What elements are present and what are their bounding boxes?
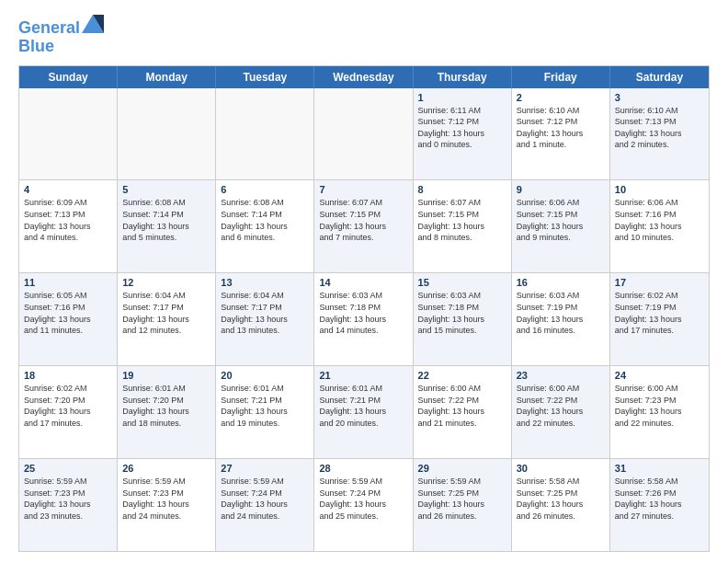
day-number: 18 (24, 370, 112, 381)
day-info: Sunrise: 6:07 AM Sunset: 7:15 PM Dayligh… (418, 197, 506, 243)
day-info: Sunrise: 5:58 AM Sunset: 7:26 PM Dayligh… (615, 476, 704, 522)
calendar-body: 1Sunrise: 6:11 AM Sunset: 7:12 PM Daylig… (19, 88, 709, 551)
day-info: Sunrise: 5:59 AM Sunset: 7:25 PM Dayligh… (418, 476, 506, 522)
day-number: 4 (24, 184, 112, 195)
week-row: 18Sunrise: 6:02 AM Sunset: 7:20 PM Dayli… (19, 366, 709, 459)
day-info: Sunrise: 6:04 AM Sunset: 7:17 PM Dayligh… (221, 290, 309, 336)
day-header: Sunday (19, 66, 118, 88)
day-cell: 25Sunrise: 5:59 AM Sunset: 7:23 PM Dayli… (19, 459, 118, 551)
day-number: 14 (319, 277, 407, 288)
day-cell: 29Sunrise: 5:59 AM Sunset: 7:25 PM Dayli… (414, 459, 512, 551)
day-info: Sunrise: 5:59 AM Sunset: 7:24 PM Dayligh… (221, 476, 309, 522)
day-number: 22 (418, 370, 506, 381)
day-number: 1 (418, 92, 506, 103)
day-number: 7 (319, 184, 407, 195)
day-info: Sunrise: 6:09 AM Sunset: 7:13 PM Dayligh… (24, 197, 112, 243)
day-number: 16 (517, 277, 605, 288)
day-cell: 17Sunrise: 6:02 AM Sunset: 7:19 PM Dayli… (610, 273, 709, 365)
day-cell: 6Sunrise: 6:08 AM Sunset: 7:14 PM Daylig… (216, 180, 314, 272)
day-number: 21 (319, 370, 407, 381)
day-cell: 18Sunrise: 6:02 AM Sunset: 7:20 PM Dayli… (19, 366, 118, 458)
day-cell: 2Sunrise: 6:10 AM Sunset: 7:12 PM Daylig… (512, 88, 610, 180)
day-info: Sunrise: 5:59 AM Sunset: 7:23 PM Dayligh… (24, 476, 112, 522)
day-info: Sunrise: 6:02 AM Sunset: 7:20 PM Dayligh… (24, 383, 112, 429)
day-cell: 9Sunrise: 6:06 AM Sunset: 7:15 PM Daylig… (512, 180, 610, 272)
day-headers: SundayMondayTuesdayWednesdayThursdayFrid… (19, 66, 709, 88)
day-info: Sunrise: 6:05 AM Sunset: 7:16 PM Dayligh… (24, 290, 112, 336)
day-number: 12 (122, 277, 210, 288)
day-info: Sunrise: 6:04 AM Sunset: 7:17 PM Dayligh… (122, 290, 210, 336)
day-header: Monday (118, 66, 216, 88)
day-info: Sunrise: 6:03 AM Sunset: 7:18 PM Dayligh… (418, 290, 506, 336)
logo: General Blue (18, 15, 104, 56)
day-info: Sunrise: 6:03 AM Sunset: 7:18 PM Dayligh… (319, 290, 407, 336)
day-info: Sunrise: 6:01 AM Sunset: 7:20 PM Dayligh… (122, 383, 210, 429)
day-cell: 13Sunrise: 6:04 AM Sunset: 7:17 PM Dayli… (216, 273, 314, 365)
day-cell: 1Sunrise: 6:11 AM Sunset: 7:12 PM Daylig… (414, 88, 512, 180)
day-number: 15 (418, 277, 506, 288)
day-number: 20 (221, 370, 309, 381)
logo-blue: Blue (18, 38, 104, 56)
day-cell: 11Sunrise: 6:05 AM Sunset: 7:16 PM Dayli… (19, 273, 118, 365)
day-cell (216, 88, 314, 180)
day-number: 23 (517, 370, 605, 381)
day-cell: 21Sunrise: 6:01 AM Sunset: 7:21 PM Dayli… (314, 366, 413, 458)
day-cell: 7Sunrise: 6:07 AM Sunset: 7:15 PM Daylig… (314, 180, 413, 272)
day-info: Sunrise: 6:11 AM Sunset: 7:12 PM Dayligh… (418, 105, 506, 151)
day-info: Sunrise: 6:10 AM Sunset: 7:13 PM Dayligh… (615, 105, 704, 151)
day-number: 3 (615, 92, 704, 103)
day-cell: 30Sunrise: 5:58 AM Sunset: 7:25 PM Dayli… (512, 459, 610, 551)
day-info: Sunrise: 6:06 AM Sunset: 7:15 PM Dayligh… (517, 197, 605, 243)
day-header: Friday (512, 66, 610, 88)
logo-text: General (18, 15, 104, 38)
day-info: Sunrise: 6:01 AM Sunset: 7:21 PM Dayligh… (319, 383, 407, 429)
day-cell (118, 88, 216, 180)
day-number: 8 (418, 184, 506, 195)
day-cell: 16Sunrise: 6:03 AM Sunset: 7:19 PM Dayli… (512, 273, 610, 365)
day-info: Sunrise: 6:00 AM Sunset: 7:23 PM Dayligh… (615, 383, 704, 429)
day-info: Sunrise: 6:03 AM Sunset: 7:19 PM Dayligh… (517, 290, 605, 336)
day-info: Sunrise: 6:01 AM Sunset: 7:21 PM Dayligh… (221, 383, 309, 429)
day-header: Tuesday (216, 66, 314, 88)
day-number: 6 (221, 184, 309, 195)
day-info: Sunrise: 6:00 AM Sunset: 7:22 PM Dayligh… (418, 383, 506, 429)
day-header: Thursday (414, 66, 512, 88)
day-header: Saturday (610, 66, 709, 88)
day-number: 13 (221, 277, 309, 288)
day-number: 24 (615, 370, 704, 381)
day-info: Sunrise: 6:10 AM Sunset: 7:12 PM Dayligh… (517, 105, 605, 151)
week-row: 4Sunrise: 6:09 AM Sunset: 7:13 PM Daylig… (19, 180, 709, 273)
day-number: 2 (517, 92, 605, 103)
week-row: 25Sunrise: 5:59 AM Sunset: 7:23 PM Dayli… (19, 459, 709, 551)
day-cell: 14Sunrise: 6:03 AM Sunset: 7:18 PM Dayli… (314, 273, 413, 365)
day-cell: 31Sunrise: 5:58 AM Sunset: 7:26 PM Dayli… (610, 459, 709, 551)
day-cell: 22Sunrise: 6:00 AM Sunset: 7:22 PM Dayli… (414, 366, 512, 458)
day-number: 28 (319, 463, 407, 474)
header: General Blue (18, 15, 710, 56)
day-cell: 3Sunrise: 6:10 AM Sunset: 7:13 PM Daylig… (610, 88, 709, 180)
day-number: 5 (122, 184, 210, 195)
day-number: 19 (122, 370, 210, 381)
logo-general: General (18, 18, 80, 37)
calendar: SundayMondayTuesdayWednesdayThursdayFrid… (18, 65, 710, 552)
day-info: Sunrise: 5:59 AM Sunset: 7:23 PM Dayligh… (122, 476, 210, 522)
logo-icon (82, 15, 104, 33)
day-header: Wednesday (314, 66, 413, 88)
day-cell: 12Sunrise: 6:04 AM Sunset: 7:17 PM Dayli… (118, 273, 216, 365)
day-number: 26 (122, 463, 210, 474)
day-cell: 5Sunrise: 6:08 AM Sunset: 7:14 PM Daylig… (118, 180, 216, 272)
day-info: Sunrise: 6:00 AM Sunset: 7:22 PM Dayligh… (517, 383, 605, 429)
day-info: Sunrise: 5:59 AM Sunset: 7:24 PM Dayligh… (319, 476, 407, 522)
day-info: Sunrise: 6:07 AM Sunset: 7:15 PM Dayligh… (319, 197, 407, 243)
day-number: 17 (615, 277, 704, 288)
day-cell: 26Sunrise: 5:59 AM Sunset: 7:23 PM Dayli… (118, 459, 216, 551)
day-cell: 20Sunrise: 6:01 AM Sunset: 7:21 PM Dayli… (216, 366, 314, 458)
day-cell: 27Sunrise: 5:59 AM Sunset: 7:24 PM Dayli… (216, 459, 314, 551)
day-number: 11 (24, 277, 112, 288)
day-cell: 10Sunrise: 6:06 AM Sunset: 7:16 PM Dayli… (610, 180, 709, 272)
day-number: 25 (24, 463, 112, 474)
day-info: Sunrise: 6:08 AM Sunset: 7:14 PM Dayligh… (221, 197, 309, 243)
day-cell: 8Sunrise: 6:07 AM Sunset: 7:15 PM Daylig… (414, 180, 512, 272)
day-cell: 19Sunrise: 6:01 AM Sunset: 7:20 PM Dayli… (118, 366, 216, 458)
day-cell: 15Sunrise: 6:03 AM Sunset: 7:18 PM Dayli… (414, 273, 512, 365)
